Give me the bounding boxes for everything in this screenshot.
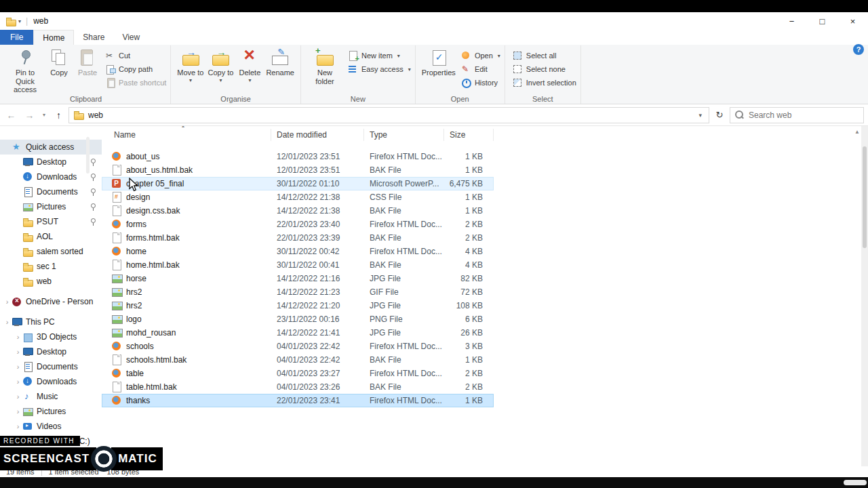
file-list: Name▴Date modifiedTypeSize about_us12/01… bbox=[102, 126, 868, 466]
tab-home[interactable]: Home bbox=[33, 30, 74, 45]
column-header-size[interactable]: Size bbox=[444, 129, 494, 141]
delete-icon bbox=[240, 49, 259, 67]
file-row-logo[interactable]: logo23/11/2022 00:16PNG File6 KB bbox=[102, 312, 494, 326]
sidebar-item-pictures[interactable]: Pictures bbox=[0, 199, 102, 214]
sidebar-item-downloads[interactable]: ›Downloads bbox=[0, 374, 102, 389]
tab-share[interactable]: Share bbox=[74, 30, 113, 45]
file-row-schools-html-bak[interactable]: schools.html.bak04/01/2023 22:42BAK File… bbox=[102, 353, 494, 367]
ribbon-button-edit[interactable]: Edit bbox=[461, 64, 500, 75]
search-input[interactable] bbox=[749, 110, 859, 120]
forward-button[interactable]: → bbox=[21, 107, 38, 123]
sidebar-item-pictures[interactable]: ›Pictures bbox=[0, 404, 102, 419]
ribbon-button-invert-selection[interactable]: Invert selection bbox=[513, 77, 576, 88]
ribbon-button-open[interactable]: Open▾ bbox=[461, 50, 500, 61]
sidebar-item-documents[interactable]: ›Documents bbox=[0, 359, 102, 374]
expand-chevron-icon[interactable]: › bbox=[14, 422, 22, 430]
refresh-button[interactable]: ↻ bbox=[711, 107, 728, 123]
ribbon-button-history[interactable]: History bbox=[461, 77, 500, 88]
up-button[interactable]: ↑ bbox=[50, 107, 67, 123]
back-button[interactable]: ← bbox=[3, 107, 20, 123]
sidebar-item-this-pc[interactable]: ›This PC bbox=[0, 314, 102, 329]
file-row-schools[interactable]: schools04/01/2023 22:42Firefox HTML Doc.… bbox=[102, 340, 494, 353]
expand-chevron-icon[interactable]: › bbox=[14, 363, 22, 371]
minimize-button[interactable]: − bbox=[776, 12, 807, 30]
ribbon-button-copy[interactable]: Copy bbox=[45, 47, 73, 77]
file-row-table-html-bak[interactable]: table.html.bak04/01/2023 23:26BAK File2 … bbox=[102, 380, 494, 394]
expand-chevron-icon[interactable]: › bbox=[14, 333, 22, 341]
file-row-forms[interactable]: forms22/01/2023 23:40Firefox HTML Doc...… bbox=[102, 218, 494, 231]
expand-chevron-icon[interactable]: › bbox=[3, 298, 12, 306]
address-bar[interactable]: web ▾ bbox=[68, 107, 709, 123]
firefox-icon bbox=[111, 395, 122, 406]
sidebar-item-web[interactable]: web bbox=[0, 274, 102, 289]
ribbon-button-copy-to[interactable]: Copy to▾ bbox=[205, 47, 235, 83]
column-headers: Name▴Date modifiedTypeSize bbox=[102, 126, 868, 144]
search-box[interactable] bbox=[730, 107, 864, 123]
column-header-name[interactable]: Name▴ bbox=[102, 129, 271, 141]
file-row-chapter-05-final[interactable]: chapter 05_final30/11/2022 01:10Microsof… bbox=[102, 177, 494, 190]
sidebar-item-videos[interactable]: ›Videos bbox=[0, 419, 102, 434]
sidebar-item-desktop[interactable]: ›Desktop bbox=[0, 344, 102, 359]
sidebar-item-documents[interactable]: Documents bbox=[0, 184, 102, 199]
ribbon-button-properties[interactable]: Properties bbox=[420, 47, 458, 77]
ribbon-button-new-folder[interactable]: New folder bbox=[305, 47, 344, 85]
file-row-about-us[interactable]: about_us12/01/2023 23:51Firefox HTML Doc… bbox=[102, 150, 494, 163]
file-row-mohd-rousan[interactable]: mohd_rousan14/12/2022 21:41JPG File26 KB bbox=[102, 326, 494, 340]
column-header-type[interactable]: Type bbox=[364, 129, 444, 141]
qat-customize-icon[interactable]: ▾ bbox=[18, 18, 21, 24]
expand-chevron-icon[interactable]: › bbox=[14, 392, 22, 401]
column-header-date-modified[interactable]: Date modified bbox=[271, 129, 364, 141]
file-row-home[interactable]: home30/11/2022 00:42Firefox HTML Doc...4… bbox=[102, 245, 494, 258]
file-row-design[interactable]: design14/12/2022 21:38CSS File1 KB bbox=[102, 190, 494, 204]
tab-file[interactable]: File bbox=[0, 30, 33, 45]
horizontal-scrollbar[interactable] bbox=[844, 480, 867, 485]
scrollbar-thumb[interactable] bbox=[863, 146, 867, 248]
file-row-forms-html-bak[interactable]: forms.html.bak22/01/2023 23:39BAK File2 … bbox=[102, 231, 494, 245]
sidebar-item-aol[interactable]: AOL bbox=[0, 229, 102, 244]
3d-icon bbox=[22, 332, 33, 342]
ribbon-button-move-to[interactable]: Move to▾ bbox=[175, 47, 205, 83]
ribbon-button-paste[interactable]: Paste bbox=[73, 47, 102, 77]
ribbon-button-copy-path[interactable]: Copy path bbox=[105, 64, 166, 75]
address-path[interactable]: web bbox=[88, 110, 103, 120]
ribbon-button-easy-access[interactable]: Easy access▾ bbox=[348, 64, 411, 75]
sidebar-item-onedrive-person[interactable]: ›OneDrive - Person bbox=[0, 294, 102, 309]
sidebar-item-music[interactable]: ›Music bbox=[0, 389, 102, 404]
vertical-scrollbar[interactable] bbox=[861, 126, 868, 466]
expand-chevron-icon[interactable]: › bbox=[14, 348, 22, 356]
recent-locations-icon[interactable]: ▾ bbox=[39, 112, 49, 118]
file-row-table[interactable]: table04/01/2023 23:27Firefox HTML Doc...… bbox=[102, 367, 494, 380]
ribbon-button-delete[interactable]: Delete▾ bbox=[235, 47, 264, 83]
expand-chevron-icon[interactable]: › bbox=[14, 407, 22, 415]
ribbon-button-rename[interactable]: Rename bbox=[264, 47, 296, 77]
file-row-hrs2[interactable]: hrs214/12/2022 21:20JPG File108 KB bbox=[102, 299, 494, 312]
bak-icon bbox=[111, 232, 122, 243]
tab-view[interactable]: View bbox=[113, 30, 149, 45]
ribbon-button-new-item[interactable]: New item▾ bbox=[348, 50, 411, 61]
sidebar-item-psut[interactable]: PSUT bbox=[0, 214, 102, 229]
address-dropdown-icon[interactable]: ▾ bbox=[696, 112, 705, 119]
sidebar-scrollbar[interactable] bbox=[86, 137, 90, 174]
file-row-home-html-bak[interactable]: home.html.bak30/11/2022 00:41BAK File4 K… bbox=[102, 258, 494, 272]
file-row-thanks[interactable]: thanks22/01/2023 23:41Firefox HTML Doc..… bbox=[102, 394, 494, 407]
ribbon-button-select-none[interactable]: Select none bbox=[513, 64, 576, 75]
dropdown-arrow-icon: ▾ bbox=[219, 78, 222, 83]
file-row-design-css-bak[interactable]: design.css.bak14/12/2022 21:38BAK File1 … bbox=[102, 204, 494, 218]
expand-chevron-icon[interactable]: › bbox=[14, 378, 22, 386]
file-row-horse[interactable]: horse14/12/2022 21:16JPG File82 KB bbox=[102, 272, 494, 285]
file-row-hrs2[interactable]: hrs214/12/2022 21:23GIF File72 KB bbox=[102, 285, 494, 299]
ribbon-button-pin-to-quick-access[interactable]: Pin to Quick access bbox=[5, 47, 45, 94]
maximize-button[interactable]: □ bbox=[807, 12, 837, 30]
ribbon-button-paste-shortcut[interactable]: Paste shortcut bbox=[105, 77, 166, 88]
close-button[interactable]: × bbox=[837, 12, 868, 30]
ribbon-group-organise: Move to▾Copy to▾Delete▾RenameOrganise bbox=[171, 45, 301, 104]
ribbon-button-cut[interactable]: Cut bbox=[105, 50, 166, 61]
sidebar-item-salem-sorted[interactable]: salem sorted bbox=[0, 244, 102, 259]
help-icon[interactable]: ? bbox=[853, 44, 864, 55]
sidebar-item-sec-1[interactable]: sec 1 bbox=[0, 259, 102, 274]
bak-icon bbox=[111, 165, 122, 176]
sidebar-item-3d-objects[interactable]: ›3D Objects bbox=[0, 329, 102, 344]
ribbon-button-select-all[interactable]: Select all bbox=[513, 50, 576, 61]
file-row-about-us-html-bak[interactable]: about_us.html.bak12/01/2023 23:51BAK Fil… bbox=[102, 163, 494, 177]
expand-chevron-icon[interactable]: › bbox=[3, 318, 12, 326]
